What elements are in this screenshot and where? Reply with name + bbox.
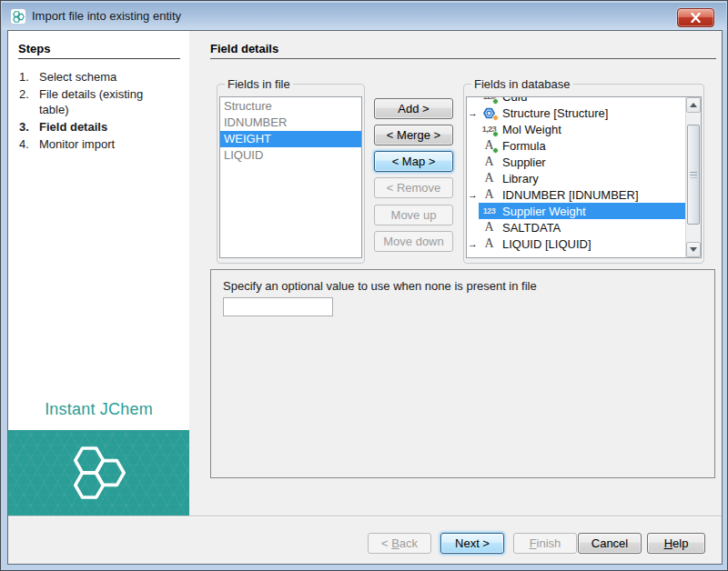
- move-up-button[interactable]: Move up: [374, 205, 453, 225]
- merge-button[interactable]: < Merge >: [374, 125, 453, 145]
- db-field-formula[interactable]: AFormula: [467, 137, 685, 154]
- map-button[interactable]: < Map >: [374, 151, 453, 172]
- steps-list: 1.Select schema2.File details (existing …: [19, 69, 179, 154]
- db-field-body: 123CdId: [479, 97, 685, 105]
- fields-in-file-list[interactable]: StructureIDNUMBERWEIGHTLIQUID: [219, 96, 362, 258]
- db-field-body: ALIQUID [LIQUID]: [479, 235, 685, 252]
- db-field-idnumber-idnumber[interactable]: →AIDNUMBER [IDNUMBER]: [467, 186, 685, 203]
- fields-in-database-list[interactable]: 123CdId→Structure [Structure]1,23Mol Wei…: [466, 96, 702, 258]
- step-label: Field details: [39, 119, 157, 135]
- text-field-icon: A: [480, 139, 499, 153]
- numeric-field-icon: 123: [480, 205, 499, 218]
- move-down-button[interactable]: Move down: [374, 231, 453, 252]
- db-field-body: AFormula: [479, 137, 685, 154]
- db-field-body: ALibrary: [479, 170, 685, 186]
- db-field-label: Supplier: [502, 155, 546, 169]
- window-title: Import file into existing entity: [32, 2, 181, 30]
- db-field-cdid[interactable]: 123CdId: [467, 97, 685, 105]
- help-button[interactable]: Help: [647, 533, 705, 554]
- db-field-label: Formula: [502, 139, 546, 153]
- database-list-viewport: 123CdId→Structure [Structure]1,23Mol Wei…: [467, 97, 685, 257]
- optional-value-label: Specify an optional value to use when no…: [223, 279, 537, 293]
- back-button[interactable]: < Back: [368, 533, 431, 554]
- close-icon: [690, 13, 702, 23]
- db-field-body: ASupplier: [479, 154, 685, 170]
- optional-value-panel: Specify an optional value to use when no…: [210, 269, 715, 478]
- mapped-arrow-icon: →: [467, 105, 479, 121]
- green-badge-icon: [492, 98, 499, 105]
- dialog-content: Steps 1.Select schema2.File details (exi…: [7, 30, 723, 565]
- app-icon: [11, 9, 25, 24]
- steps-heading: Steps: [18, 42, 50, 55]
- button-bar: < BackNext >FinishCancelHelp: [8, 517, 722, 564]
- db-field-liquid-liquid[interactable]: →ALIQUID [LIQUID]: [467, 235, 685, 252]
- close-button[interactable]: [677, 8, 714, 27]
- product-name: Instant JChem: [8, 400, 189, 419]
- hexagons-logo: [65, 442, 134, 504]
- text-field-icon: A: [480, 221, 499, 235]
- db-field-label: CdId: [502, 97, 527, 104]
- green-badge-icon: [492, 147, 499, 154]
- step-number: 4.: [19, 136, 39, 152]
- db-field-body: AIDNUMBER [IDNUMBER]: [479, 186, 685, 203]
- import-wizard-dialog: Import file into existing entity Steps 1…: [0, 0, 728, 571]
- text-field-icon: A: [480, 237, 499, 251]
- file-field-liquid[interactable]: LIQUID: [220, 147, 361, 164]
- file-field-structure[interactable]: Structure: [220, 98, 361, 115]
- db-field-mol-weight[interactable]: 1,23Mol Weight: [467, 121, 685, 137]
- step-label: Select schema: [39, 69, 157, 85]
- orange-badge-icon: [492, 115, 499, 121]
- title-bar: Import file into existing entity: [2, 2, 726, 30]
- db-field-library[interactable]: ALibrary: [467, 170, 685, 186]
- green-badge-icon: [492, 131, 499, 137]
- fields-in-database-label: Fields in database: [471, 77, 573, 91]
- step-number: 1.: [19, 69, 39, 85]
- page-title-rule: [210, 58, 716, 59]
- finish-button[interactable]: Finish: [513, 533, 577, 554]
- fields-in-database-group: Fields in database 123CdId→Structure [St…: [463, 84, 704, 264]
- db-field-supplier[interactable]: ASupplier: [467, 154, 685, 170]
- text-field-icon: A: [480, 172, 499, 185]
- vertical-scrollbar[interactable]: [685, 97, 701, 257]
- db-field-body: 1,23Mol Weight: [479, 121, 685, 137]
- scroll-up-button[interactable]: [686, 97, 701, 113]
- scrollbar-thumb[interactable]: [687, 125, 700, 225]
- cancel-button[interactable]: Cancel: [578, 533, 642, 554]
- db-field-saltdata[interactable]: ASALTDATA: [467, 219, 685, 235]
- db-field-body: 123Supplier Weight: [479, 203, 685, 219]
- numeric-field-icon: 123: [480, 97, 499, 104]
- db-field-structure-structure[interactable]: →Structure [Structure]: [467, 105, 685, 121]
- step-label: Monitor import: [39, 136, 157, 152]
- step-label: File details (existing table): [39, 86, 157, 117]
- step-item-file-details-existing-table: 2.File details (existing table): [19, 86, 179, 117]
- remove-button[interactable]: < Remove: [374, 177, 453, 198]
- mapped-arrow-icon: →: [467, 235, 479, 252]
- hexagons-logo-icon: [12, 10, 25, 24]
- mapped-arrow-icon: →: [467, 186, 479, 203]
- fields-in-file-group: Fields in file StructureIDNUMBERWEIGHTLI…: [217, 84, 365, 264]
- scroll-down-icon: [690, 247, 697, 252]
- text-field-icon: A: [480, 155, 499, 169]
- step-item-monitor-import: 4.Monitor import: [19, 136, 179, 152]
- step-item-select-schema: 1.Select schema: [19, 69, 179, 85]
- steps-sidebar: Steps 1.Select schema2.File details (exi…: [8, 31, 189, 516]
- db-field-supplier-weight[interactable]: 123Supplier Weight: [467, 203, 685, 219]
- decimal-field-icon: 1,23: [480, 123, 499, 136]
- scroll-up-icon: [690, 103, 697, 107]
- optional-value-input[interactable]: [223, 297, 333, 316]
- text-field-icon: A: [480, 188, 499, 202]
- structure-field-icon: [480, 106, 499, 120]
- file-field-weight[interactable]: WEIGHT: [220, 131, 361, 147]
- db-field-label: LIQUID [LIQUID]: [502, 237, 592, 251]
- step-number: 2.: [19, 86, 39, 117]
- add-button[interactable]: Add >: [374, 98, 453, 119]
- scroll-down-button[interactable]: [686, 242, 701, 257]
- db-field-label: Library: [502, 172, 539, 185]
- steps-heading-rule: [18, 58, 180, 59]
- next-button[interactable]: Next >: [440, 533, 504, 554]
- db-field-label: Mol Weight: [502, 123, 561, 136]
- db-field-label: Structure [Structure]: [502, 106, 608, 120]
- file-field-idnumber[interactable]: IDNUMBER: [220, 115, 361, 131]
- brand-logo-panel: [8, 430, 189, 516]
- db-field-body: ASALTDATA: [479, 219, 685, 235]
